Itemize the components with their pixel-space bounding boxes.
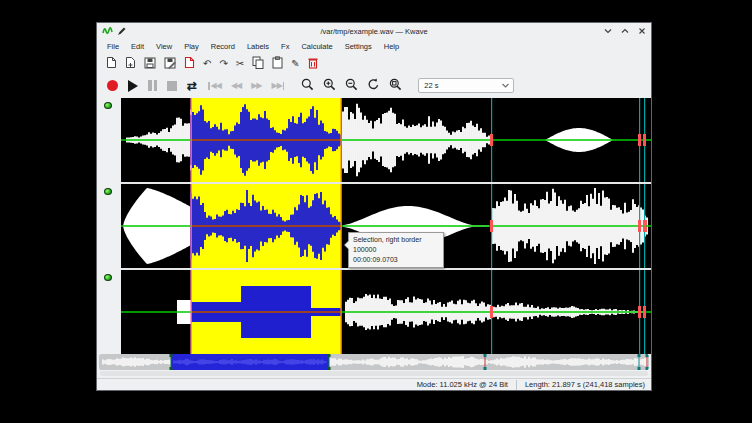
zoom-duration-value: 22 s bbox=[424, 81, 438, 90]
delete-icon[interactable] bbox=[308, 55, 318, 73]
mouse-mode-icon[interactable]: ✎ bbox=[291, 59, 299, 69]
save-as-icon[interactable] bbox=[164, 55, 176, 73]
open-file-icon[interactable] bbox=[125, 55, 136, 73]
menu-play[interactable]: Play bbox=[178, 41, 205, 52]
track-area: Selection, right border 100000 00:00:09.… bbox=[121, 98, 651, 354]
zoom-revert-icon[interactable] bbox=[367, 77, 380, 95]
chevron-down-icon bbox=[502, 81, 509, 90]
zoom-duration-select[interactable]: 22 s bbox=[418, 78, 514, 93]
menu-help[interactable]: Help bbox=[378, 41, 405, 52]
menu-settings[interactable]: Settings bbox=[339, 41, 378, 52]
menu-edit[interactable]: Edit bbox=[125, 41, 150, 52]
track3-led[interactable] bbox=[104, 274, 112, 281]
new-file-icon[interactable] bbox=[106, 55, 117, 73]
zoom-out-icon[interactable] bbox=[345, 77, 358, 95]
transport-toolbar: ⇄ ◀◀ ◀◀ ▶▶ ▶▶ bbox=[97, 73, 651, 98]
copy-icon[interactable] bbox=[252, 55, 264, 73]
track3-waveform[interactable] bbox=[121, 270, 651, 354]
maximize-icon[interactable] bbox=[621, 27, 629, 35]
play-button[interactable] bbox=[128, 80, 138, 92]
file-toolbar: ↶ ↷ ✂ ✎ bbox=[97, 54, 651, 73]
close-file-icon[interactable] bbox=[184, 55, 195, 73]
close-icon[interactable] bbox=[638, 27, 646, 35]
pause-button[interactable] bbox=[148, 80, 157, 91]
tooltip-sample: 100000 bbox=[353, 245, 439, 255]
zoom-selection-icon[interactable] bbox=[301, 77, 314, 95]
window-title: /var/tmp/example.wav — Kwave bbox=[97, 27, 651, 36]
horizontal-scrollbar[interactable] bbox=[100, 371, 648, 376]
undo-icon[interactable]: ↶ bbox=[203, 59, 211, 69]
forward-button[interactable]: ▶▶ bbox=[251, 82, 261, 90]
cut-icon[interactable]: ✂ bbox=[236, 59, 244, 69]
save-icon[interactable] bbox=[144, 55, 156, 73]
kwave-window: /var/tmp/example.wav — Kwave bbox=[96, 22, 652, 391]
rewind-button[interactable]: ◀◀ bbox=[231, 82, 241, 90]
tooltip-title: Selection, right border bbox=[353, 235, 439, 245]
menu-record[interactable]: Record bbox=[205, 41, 241, 52]
desktop-background: /var/tmp/example.wav — Kwave bbox=[0, 0, 752, 423]
zoom-all-icon[interactable] bbox=[389, 77, 402, 95]
signal-view: Selection, right border 100000 00:00:09.… bbox=[97, 98, 651, 354]
track-controls-column bbox=[97, 98, 121, 354]
titlebar[interactable]: /var/tmp/example.wav — Kwave bbox=[97, 23, 651, 39]
paste-icon[interactable] bbox=[272, 55, 283, 73]
minimize-icon[interactable] bbox=[604, 27, 612, 35]
menu-view[interactable]: View bbox=[150, 41, 178, 52]
pen-icon bbox=[117, 22, 126, 40]
stop-button[interactable] bbox=[167, 81, 177, 91]
overview-bar[interactable] bbox=[99, 354, 649, 370]
menu-file[interactable]: File bbox=[101, 41, 125, 52]
track2-led[interactable] bbox=[104, 188, 112, 195]
menu-calculate[interactable]: Calculate bbox=[295, 41, 338, 52]
status-mode: Mode: 11.025 kHz @ 24 Bit bbox=[417, 380, 508, 389]
status-separator bbox=[516, 380, 517, 390]
skip-start-button[interactable]: ◀◀ bbox=[207, 82, 221, 90]
menu-fx[interactable]: Fx bbox=[275, 41, 295, 52]
tooltip-time: 00:00:09.0703 bbox=[353, 255, 439, 265]
status-bar: Mode: 11.025 kHz @ 24 Bit Length: 21.897… bbox=[97, 378, 651, 390]
menu-bar: File Edit View Play Record Labels Fx Cal… bbox=[97, 39, 651, 54]
track1-waveform[interactable] bbox=[121, 98, 651, 182]
status-length: Length: 21.897 s (241,418 samples) bbox=[525, 380, 645, 389]
menu-labels[interactable]: Labels bbox=[241, 41, 275, 52]
skip-end-button[interactable]: ▶▶ bbox=[272, 82, 286, 90]
kwave-app-icon bbox=[102, 22, 113, 40]
redo-icon[interactable]: ↷ bbox=[219, 59, 227, 69]
loop-button[interactable]: ⇄ bbox=[187, 80, 197, 92]
selection-tooltip: Selection, right border 100000 00:00:09.… bbox=[348, 232, 444, 268]
track1-led[interactable] bbox=[104, 102, 112, 109]
record-button[interactable] bbox=[107, 80, 118, 91]
zoom-in-icon[interactable] bbox=[323, 77, 336, 95]
